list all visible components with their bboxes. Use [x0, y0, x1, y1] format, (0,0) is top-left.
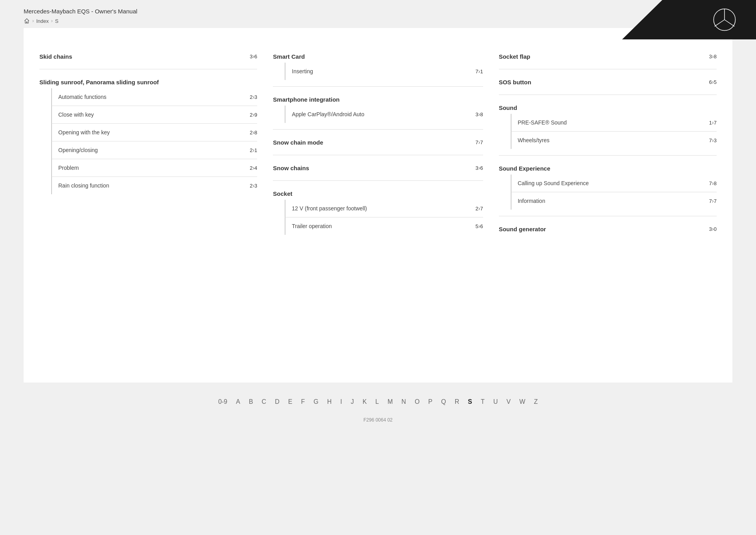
breadcrumb: › Index › S	[24, 18, 137, 24]
trailer-page[interactable]: 5›6	[476, 223, 483, 229]
alpha-r[interactable]: R	[455, 398, 460, 405]
alpha-p[interactable]: P	[428, 398, 433, 405]
auto-functions-label[interactable]: Automatic functions	[58, 94, 106, 100]
svg-line-2	[715, 20, 724, 26]
alpha-09[interactable]: 0-9	[218, 398, 227, 405]
alpha-e[interactable]: E	[288, 398, 293, 405]
sound-generator-page[interactable]: 3›0	[709, 226, 717, 232]
sliding-sunroof-label[interactable]: Sliding sunroof, Panorama sliding sunroo…	[39, 79, 159, 85]
snow-chains-page[interactable]: 3›6	[476, 165, 483, 171]
alpha-q[interactable]: Q	[441, 398, 446, 405]
alpha-t[interactable]: T	[481, 398, 485, 405]
smartphone-sub-entries: Apple CarPlay®/Android Auto 3›8	[273, 106, 483, 123]
sub-entry-12v: 12 V (front passenger footwell) 2›7	[285, 200, 483, 217]
entry-snow-chain-mode: Snow chain mode 7›7	[273, 130, 483, 155]
column-right: Socket flap 3›8 SOS button 6›5 S	[491, 44, 717, 241]
alpha-l[interactable]: L	[375, 398, 379, 405]
skid-chains-page[interactable]: 3›6	[250, 53, 257, 59]
sub-entry-apple-carplay: Apple CarPlay®/Android Auto 3›8	[285, 106, 483, 123]
alpha-a[interactable]: A	[236, 398, 240, 405]
breadcrumb-letter: S	[55, 18, 59, 24]
snow-chains-label[interactable]: Snow chains	[273, 165, 309, 171]
socket-flap-label[interactable]: Socket flap	[499, 53, 530, 60]
alpha-o[interactable]: O	[415, 398, 419, 405]
sub-entry-automatic-functions: Automatic functions 2›3	[51, 88, 257, 106]
wheels-tyres-label[interactable]: Wheels/tyres	[518, 137, 550, 143]
apple-carplay-page[interactable]: 3›8	[476, 111, 483, 117]
alpha-b[interactable]: B	[249, 398, 253, 405]
alpha-u[interactable]: U	[493, 398, 498, 405]
socket-flap-page[interactable]: 3›8	[709, 53, 717, 59]
sub-entry-trailer: Trailer operation 5›6	[285, 217, 483, 235]
sub-entry-inserting: Inserting 7›1	[285, 63, 483, 80]
entry-sound-generator: Sound generator 3›0	[499, 216, 717, 241]
alpha-i[interactable]: I	[340, 398, 342, 405]
close-with-key-label[interactable]: Close with key	[58, 111, 94, 118]
trailer-label[interactable]: Trailer operation	[292, 223, 332, 229]
rain-closing-page[interactable]: 2›3	[250, 182, 257, 189]
snow-chain-mode-page[interactable]: 7›7	[476, 139, 483, 145]
information-label[interactable]: Information	[518, 198, 545, 204]
sub-entry-presafe-sound: PRE-SAFE® Sound 1›7	[511, 114, 717, 132]
calling-up-sound-experience-label[interactable]: Calling up Sound Experience	[518, 180, 589, 186]
opening-with-key-label[interactable]: Opening with the key	[58, 129, 110, 136]
alpha-s[interactable]: S	[468, 398, 472, 405]
index-columns: Skid chains 3›6 Sliding sunroof, Panoram…	[39, 44, 717, 241]
sound-label[interactable]: Sound	[499, 104, 517, 111]
column-left: Skid chains 3›6 Sliding sunroof, Panoram…	[39, 44, 265, 241]
problem-label[interactable]: Problem	[58, 165, 79, 171]
rain-closing-label[interactable]: Rain closing function	[58, 182, 109, 189]
breadcrumb-sep1: ›	[32, 18, 34, 24]
presafe-sound-page[interactable]: 1›7	[709, 119, 717, 126]
sound-experience-label[interactable]: Sound Experience	[499, 165, 550, 172]
opening-with-key-page[interactable]: 2›8	[250, 129, 257, 136]
alpha-d[interactable]: D	[275, 398, 280, 405]
sub-entry-opening-with-key: Opening with the key 2›8	[51, 124, 257, 141]
entry-sound: Sound PRE-SAFE® Sound 1›7 Wheels/tyres 7…	[499, 95, 717, 156]
close-with-key-page[interactable]: 2›9	[250, 111, 257, 118]
alpha-f[interactable]: F	[301, 398, 305, 405]
alpha-z[interactable]: Z	[534, 398, 538, 405]
alpha-v[interactable]: V	[506, 398, 511, 405]
alpha-m[interactable]: M	[387, 398, 393, 405]
auto-functions-page[interactable]: 2›3	[250, 94, 257, 100]
12v-page[interactable]: 2›7	[476, 205, 483, 212]
smart-card-label[interactable]: Smart Card	[273, 53, 305, 60]
alpha-j[interactable]: J	[351, 398, 354, 405]
opening-closing-page[interactable]: 2›1	[250, 147, 257, 153]
entry-sliding-sunroof: Sliding sunroof, Panorama sliding sunroo…	[39, 69, 257, 201]
opening-closing-label[interactable]: Opening/closing	[58, 147, 98, 153]
sound-generator-label[interactable]: Sound generator	[499, 226, 546, 232]
entry-skid-chains: Skid chains 3›6	[39, 44, 257, 69]
skid-chains-label[interactable]: Skid chains	[39, 53, 72, 60]
12v-label[interactable]: 12 V (front passenger footwell)	[292, 205, 367, 212]
alpha-h[interactable]: H	[327, 398, 332, 405]
sound-experience-sub-entries: Calling up Sound Experience 7›8 Informat…	[499, 175, 717, 210]
snow-chain-mode-label[interactable]: Snow chain mode	[273, 139, 323, 146]
socket-sub-entries: 12 V (front passenger footwell) 2›7 Trai…	[273, 200, 483, 235]
smartphone-integration-label[interactable]: Smartphone integration	[273, 96, 339, 103]
information-page[interactable]: 7›7	[709, 198, 717, 204]
alpha-n[interactable]: N	[402, 398, 406, 405]
presafe-sound-label[interactable]: PRE-SAFE® Sound	[518, 119, 567, 126]
apple-carplay-label[interactable]: Apple CarPlay®/Android Auto	[292, 111, 364, 117]
socket-label[interactable]: Socket	[273, 190, 292, 197]
alpha-g[interactable]: G	[313, 398, 318, 405]
alpha-w[interactable]: W	[519, 398, 525, 405]
wheels-tyres-page[interactable]: 7›3	[709, 137, 717, 143]
problem-page[interactable]: 2›4	[250, 165, 257, 171]
alpha-k[interactable]: K	[363, 398, 367, 405]
inserting-label[interactable]: Inserting	[292, 68, 313, 74]
breadcrumb-index[interactable]: Index	[36, 18, 49, 24]
breadcrumb-sep2: ›	[51, 18, 53, 24]
sliding-sunroof-sub-entries: Automatic functions 2›3 Close with key 2…	[39, 88, 257, 194]
inserting-page[interactable]: 7›1	[476, 68, 483, 74]
sos-button-page[interactable]: 6›5	[709, 79, 717, 85]
alpha-c[interactable]: C	[262, 398, 267, 405]
main-content: Skid chains 3›6 Sliding sunroof, Panoram…	[24, 28, 732, 383]
home-icon[interactable]	[24, 18, 30, 24]
calling-up-sound-experience-page[interactable]: 7›8	[709, 180, 717, 186]
smart-card-sub-entries: Inserting 7›1	[273, 63, 483, 80]
sub-entry-rain-closing: Rain closing function 2›3	[51, 177, 257, 194]
sos-button-label[interactable]: SOS button	[499, 79, 532, 85]
